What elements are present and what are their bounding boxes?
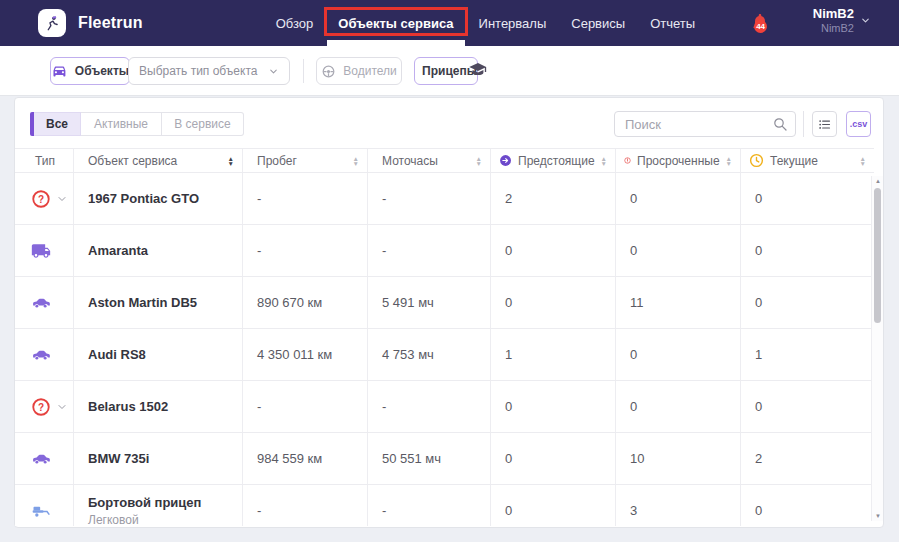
question-circle-icon: ? — [31, 397, 51, 417]
sort-icon: ▲▼ — [476, 156, 482, 166]
nav-item-intervals[interactable]: Интервалы — [479, 0, 547, 46]
tab-in-service[interactable]: В сервисе — [162, 112, 244, 136]
object-name: Amaranta — [88, 243, 148, 258]
training-cap-icon[interactable] — [468, 60, 488, 80]
scrollbar-thumb[interactable] — [874, 188, 881, 323]
table-row[interactable]: Amaranta - - 0 0 0 — [15, 225, 874, 277]
upcoming-cell: 0 — [491, 225, 616, 276]
object-type-select-value: Выбрать тип объекта — [139, 64, 257, 78]
toolbar-divider — [303, 59, 304, 83]
column-header-object[interactable]: Объект сервиса ▲▼ — [74, 149, 243, 172]
svg-text:?: ? — [38, 401, 44, 412]
sort-icon: ▲▼ — [353, 156, 359, 166]
engine-hours-cell: 5 491 мч — [368, 277, 491, 328]
column-header-overdue[interactable]: Просроченные ▲▼ — [616, 149, 741, 172]
app-header: Fleetrun Обзор Объекты сервиса Интервалы… — [0, 0, 899, 46]
scroll-up-arrow[interactable]: ▲ — [872, 176, 884, 186]
exclamation-circle-icon — [624, 153, 631, 168]
sort-icon: ▲▼ — [860, 156, 866, 166]
mileage-cell: 890 670 км — [243, 277, 368, 328]
upcoming-cell: 0 — [491, 485, 616, 526]
object-name: 1967 Pontiac GTO — [88, 191, 199, 206]
engine-hours-cell: 4 753 мч — [368, 329, 491, 380]
tab-active[interactable]: Активные — [81, 112, 162, 136]
scroll-down-arrow[interactable]: ▼ — [872, 511, 884, 521]
current-cell: 1 — [741, 329, 874, 380]
engine-hours-cell: - — [368, 225, 491, 276]
objects-button[interactable]: Объекты — [50, 57, 130, 85]
expand-chevron-icon[interactable] — [56, 401, 68, 413]
current-cell: 0 — [741, 381, 874, 432]
column-header-current[interactable]: Текущие ▲▼ — [741, 149, 874, 172]
overdue-cell: 10 — [616, 433, 741, 484]
overdue-cell: 11 — [616, 277, 741, 328]
upcoming-cell: 0 — [491, 277, 616, 328]
chevron-down-icon — [860, 15, 871, 26]
user-menu[interactable]: NimB2 NimB2 — [813, 5, 871, 35]
object-name: Audi RS8 — [88, 347, 146, 362]
table-row[interactable]: Aston Martin DB5 890 670 км 5 491 мч 0 1… — [15, 277, 874, 329]
table-row[interactable]: ? 1967 Pontiac GTO - - 2 0 0 — [15, 173, 874, 225]
app-title: Fleetrun — [78, 14, 143, 32]
object-name: BMW 735i — [88, 451, 149, 466]
object-type-select[interactable]: Выбрать тип объекта — [128, 57, 290, 85]
user-account: NimB2 — [813, 22, 854, 35]
tab-all[interactable]: Все — [34, 112, 81, 136]
nav-item-services[interactable]: Сервисы — [571, 0, 625, 46]
arrow-right-circle-icon — [499, 153, 512, 168]
svg-text:?: ? — [38, 193, 44, 204]
mileage-cell: 984 559 км — [243, 433, 368, 484]
table-row[interactable]: ? Belarus 1502 - - 0 0 0 — [15, 381, 874, 433]
object-type-toolbar: Объекты Выбрать тип объекта Водители — [0, 46, 899, 96]
current-cell: 0 — [741, 225, 874, 276]
table-row[interactable]: Бортовой прицеп Легковой - - 0 3 0 — [15, 485, 874, 526]
mileage-cell: 4 350 011 км — [243, 329, 368, 380]
list-icon — [817, 117, 832, 132]
column-header-mileage[interactable]: Пробег ▲▼ — [243, 149, 368, 172]
table-scrollbar[interactable]: ▲ ▼ — [871, 176, 883, 521]
column-header-type[interactable]: Тип — [15, 149, 74, 172]
engine-hours-cell: 50 551 мч — [368, 433, 491, 484]
main-nav: Обзор Объекты сервиса Интервалы Сервисы … — [276, 0, 772, 46]
question-circle-icon: ? — [31, 189, 51, 209]
current-cell: 0 — [741, 277, 874, 328]
current-cell: 0 — [741, 173, 874, 224]
object-subtitle: Легковой — [88, 513, 139, 527]
search-box — [614, 111, 796, 137]
overdue-cell: 0 — [616, 329, 741, 380]
drivers-button-label: Водители — [343, 64, 396, 78]
nav-item-service-objects[interactable]: Объекты сервиса — [338, 0, 453, 46]
current-cell: 0 — [741, 485, 874, 526]
table-row[interactable]: Audi RS8 4 350 011 км 4 753 мч 1 0 1 — [15, 329, 874, 381]
steering-wheel-icon — [321, 64, 336, 79]
list-view-button[interactable] — [812, 111, 837, 137]
chevron-down-icon — [268, 66, 279, 77]
table-row[interactable]: BMW 735i 984 559 км 50 551 мч 0 10 2 — [15, 433, 874, 485]
user-name: NimB2 — [813, 5, 854, 22]
export-csv-button[interactable]: .csv — [846, 111, 871, 137]
column-header-upcoming[interactable]: Предстоящие ▲▼ — [491, 149, 616, 172]
mileage-cell: - — [243, 173, 368, 224]
object-name: Belarus 1502 — [88, 399, 168, 414]
column-header-engine-hours[interactable]: Моточасы ▲▼ — [368, 149, 491, 172]
upcoming-cell: 2 — [491, 173, 616, 224]
search-icon[interactable] — [772, 116, 788, 132]
nav-item-overview[interactable]: Обзор — [276, 0, 314, 46]
mileage-cell: - — [243, 485, 368, 526]
actions-divider — [803, 111, 804, 137]
search-input[interactable] — [614, 111, 796, 137]
upcoming-cell: 0 — [491, 433, 616, 484]
expand-chevron-icon[interactable] — [56, 193, 68, 205]
truck-icon — [31, 241, 51, 261]
object-name: Бортовой прицеп — [88, 495, 201, 510]
drivers-button[interactable]: Водители — [316, 57, 402, 85]
sort-icon: ▲▼ — [601, 156, 607, 166]
notification-badge: 44 — [754, 20, 767, 33]
car-icon — [31, 293, 51, 313]
notifications-button[interactable]: 44 — [750, 11, 772, 35]
engine-hours-cell: - — [368, 381, 491, 432]
table-body: ? 1967 Pontiac GTO - - 2 0 0 — [15, 173, 874, 526]
upcoming-cell: 0 — [491, 381, 616, 432]
nav-item-reports[interactable]: Отчеты — [650, 0, 695, 46]
objects-button-label: Объекты — [75, 64, 129, 78]
